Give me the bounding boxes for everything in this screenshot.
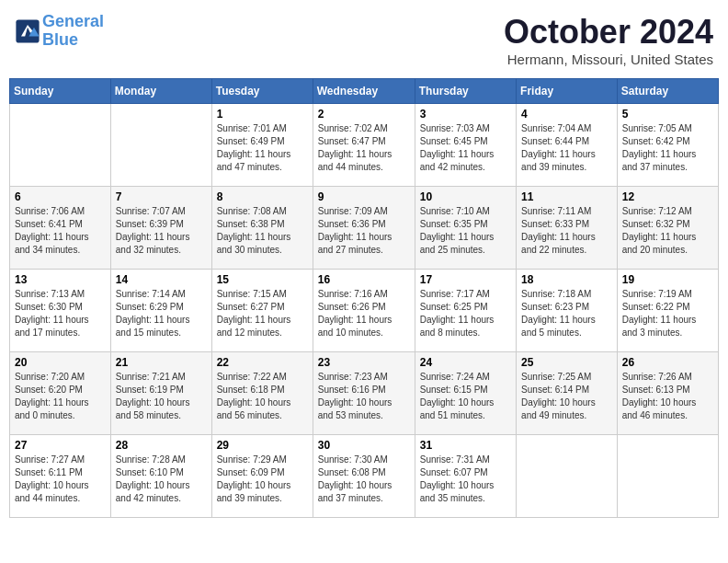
day-cell: 1 Sunrise: 7:01 AMSunset: 6:49 PMDayligh… xyxy=(211,104,313,187)
day-number: 6 xyxy=(15,190,106,203)
day-info: Sunrise: 7:07 AMSunset: 6:39 PMDaylight:… xyxy=(116,205,207,257)
day-number: 9 xyxy=(318,190,410,203)
weekday-thursday: Thursday xyxy=(415,79,516,104)
day-cell: 5 Sunrise: 7:05 AMSunset: 6:42 PMDayligh… xyxy=(617,104,718,187)
day-cell: 25 Sunrise: 7:25 AMSunset: 6:14 PMDaylig… xyxy=(517,352,618,435)
day-cell: 10 Sunrise: 7:10 AMSunset: 6:35 PMDaylig… xyxy=(415,187,516,270)
day-number: 11 xyxy=(521,190,612,203)
day-cell xyxy=(110,104,211,187)
week-row-2: 6 Sunrise: 7:06 AMSunset: 6:41 PMDayligh… xyxy=(10,187,719,270)
location-title: Hermann, Missouri, United States xyxy=(504,52,713,67)
day-number: 30 xyxy=(318,439,410,452)
day-cell: 11 Sunrise: 7:11 AMSunset: 6:33 PMDaylig… xyxy=(517,187,618,270)
day-number: 27 xyxy=(15,439,106,452)
day-cell: 18 Sunrise: 7:18 AMSunset: 6:23 PMDaylig… xyxy=(517,270,618,352)
title-area: October 2024 Hermann, Missouri, United S… xyxy=(504,13,713,67)
day-number: 2 xyxy=(318,108,410,121)
day-info: Sunrise: 7:16 AMSunset: 6:26 PMDaylight:… xyxy=(318,288,410,339)
day-number: 21 xyxy=(116,356,207,369)
day-info: Sunrise: 7:21 AMSunset: 6:19 PMDaylight:… xyxy=(116,371,207,422)
day-info: Sunrise: 7:31 AMSunset: 6:07 PMDaylight:… xyxy=(420,454,511,505)
day-number: 13 xyxy=(15,273,106,286)
day-info: Sunrise: 7:12 AMSunset: 6:32 PMDaylight:… xyxy=(622,205,713,257)
weekday-wednesday: Wednesday xyxy=(313,79,415,104)
day-info: Sunrise: 7:18 AMSunset: 6:23 PMDaylight:… xyxy=(521,288,612,339)
day-number: 23 xyxy=(318,356,410,369)
day-cell: 15 Sunrise: 7:15 AMSunset: 6:27 PMDaylig… xyxy=(211,270,313,352)
day-number: 7 xyxy=(116,190,207,203)
day-info: Sunrise: 7:01 AMSunset: 6:49 PMDaylight:… xyxy=(217,122,308,174)
day-info: Sunrise: 7:27 AMSunset: 6:11 PMDaylight:… xyxy=(15,454,106,505)
day-info: Sunrise: 7:04 AMSunset: 6:44 PMDaylight:… xyxy=(521,122,612,174)
day-number: 18 xyxy=(521,273,612,286)
day-info: Sunrise: 7:30 AMSunset: 6:08 PMDaylight:… xyxy=(318,454,410,505)
day-number: 1 xyxy=(217,108,308,121)
day-info: Sunrise: 7:23 AMSunset: 6:16 PMDaylight:… xyxy=(318,371,410,422)
day-info: Sunrise: 7:10 AMSunset: 6:35 PMDaylight:… xyxy=(420,205,511,257)
week-row-5: 27 Sunrise: 7:27 AMSunset: 6:11 PMDaylig… xyxy=(10,435,719,518)
logo-blue: Blue xyxy=(42,30,78,49)
day-cell: 29 Sunrise: 7:29 AMSunset: 6:09 PMDaylig… xyxy=(211,435,313,518)
day-cell: 7 Sunrise: 7:07 AMSunset: 6:39 PMDayligh… xyxy=(110,187,211,270)
day-number: 17 xyxy=(420,273,511,286)
day-cell: 17 Sunrise: 7:17 AMSunset: 6:25 PMDaylig… xyxy=(415,270,516,352)
day-info: Sunrise: 7:14 AMSunset: 6:29 PMDaylight:… xyxy=(116,288,207,339)
day-cell: 27 Sunrise: 7:27 AMSunset: 6:11 PMDaylig… xyxy=(10,435,111,518)
day-cell: 28 Sunrise: 7:28 AMSunset: 6:10 PMDaylig… xyxy=(110,435,211,518)
week-row-1: 1 Sunrise: 7:01 AMSunset: 6:49 PMDayligh… xyxy=(10,104,719,187)
day-number: 31 xyxy=(420,439,511,452)
day-number: 14 xyxy=(116,273,207,286)
day-cell: 3 Sunrise: 7:03 AMSunset: 6:45 PMDayligh… xyxy=(415,104,516,187)
day-info: Sunrise: 7:22 AMSunset: 6:18 PMDaylight:… xyxy=(217,371,308,422)
weekday-header: SundayMondayTuesdayWednesdayThursdayFrid… xyxy=(10,79,719,104)
day-info: Sunrise: 7:09 AMSunset: 6:36 PMDaylight:… xyxy=(318,205,410,257)
weekday-tuesday: Tuesday xyxy=(211,79,313,104)
day-info: Sunrise: 7:29 AMSunset: 6:09 PMDaylight:… xyxy=(217,454,308,505)
day-number: 20 xyxy=(15,356,106,369)
day-info: Sunrise: 7:17 AMSunset: 6:25 PMDaylight:… xyxy=(420,288,511,339)
day-cell: 9 Sunrise: 7:09 AMSunset: 6:36 PMDayligh… xyxy=(313,187,415,270)
day-number: 26 xyxy=(622,356,713,369)
day-number: 22 xyxy=(217,356,308,369)
logo: General Blue xyxy=(15,13,104,50)
day-number: 19 xyxy=(622,273,713,286)
day-cell: 24 Sunrise: 7:24 AMSunset: 6:15 PMDaylig… xyxy=(415,352,516,435)
day-number: 24 xyxy=(420,356,511,369)
day-number: 4 xyxy=(521,108,612,121)
week-row-3: 13 Sunrise: 7:13 AMSunset: 6:30 PMDaylig… xyxy=(10,270,719,352)
day-cell: 2 Sunrise: 7:02 AMSunset: 6:47 PMDayligh… xyxy=(313,104,415,187)
day-info: Sunrise: 7:26 AMSunset: 6:13 PMDaylight:… xyxy=(622,371,713,422)
day-cell: 23 Sunrise: 7:23 AMSunset: 6:16 PMDaylig… xyxy=(313,352,415,435)
day-number: 16 xyxy=(318,273,410,286)
day-cell: 19 Sunrise: 7:19 AMSunset: 6:22 PMDaylig… xyxy=(617,270,718,352)
day-number: 28 xyxy=(116,439,207,452)
week-row-4: 20 Sunrise: 7:20 AMSunset: 6:20 PMDaylig… xyxy=(10,352,719,435)
day-info: Sunrise: 7:11 AMSunset: 6:33 PMDaylight:… xyxy=(521,205,612,257)
day-info: Sunrise: 7:02 AMSunset: 6:47 PMDaylight:… xyxy=(318,122,410,174)
day-cell: 31 Sunrise: 7:31 AMSunset: 6:07 PMDaylig… xyxy=(415,435,516,518)
logo-general: General xyxy=(42,12,104,30)
day-cell xyxy=(617,435,718,518)
day-cell xyxy=(10,104,111,187)
day-info: Sunrise: 7:19 AMSunset: 6:22 PMDaylight:… xyxy=(622,288,713,339)
day-cell: 13 Sunrise: 7:13 AMSunset: 6:30 PMDaylig… xyxy=(10,270,111,352)
calendar-body: 1 Sunrise: 7:01 AMSunset: 6:49 PMDayligh… xyxy=(10,104,719,518)
header: General Blue October 2024 Hermann, Misso… xyxy=(9,9,719,71)
day-number: 10 xyxy=(420,190,511,203)
day-info: Sunrise: 7:28 AMSunset: 6:10 PMDaylight:… xyxy=(116,454,207,505)
day-number: 12 xyxy=(622,190,713,203)
day-number: 5 xyxy=(622,108,713,121)
day-info: Sunrise: 7:05 AMSunset: 6:42 PMDaylight:… xyxy=(622,122,713,174)
day-number: 8 xyxy=(217,190,308,203)
weekday-friday: Friday xyxy=(517,79,618,104)
day-cell: 4 Sunrise: 7:04 AMSunset: 6:44 PMDayligh… xyxy=(517,104,618,187)
day-info: Sunrise: 7:13 AMSunset: 6:30 PMDaylight:… xyxy=(15,288,106,339)
day-cell xyxy=(517,435,618,518)
weekday-sunday: Sunday xyxy=(10,79,111,104)
day-number: 29 xyxy=(217,439,308,452)
day-info: Sunrise: 7:03 AMSunset: 6:45 PMDaylight:… xyxy=(420,122,511,174)
day-number: 3 xyxy=(420,108,511,121)
day-cell: 21 Sunrise: 7:21 AMSunset: 6:19 PMDaylig… xyxy=(110,352,211,435)
day-info: Sunrise: 7:06 AMSunset: 6:41 PMDaylight:… xyxy=(15,205,106,257)
day-info: Sunrise: 7:24 AMSunset: 6:15 PMDaylight:… xyxy=(420,371,511,422)
